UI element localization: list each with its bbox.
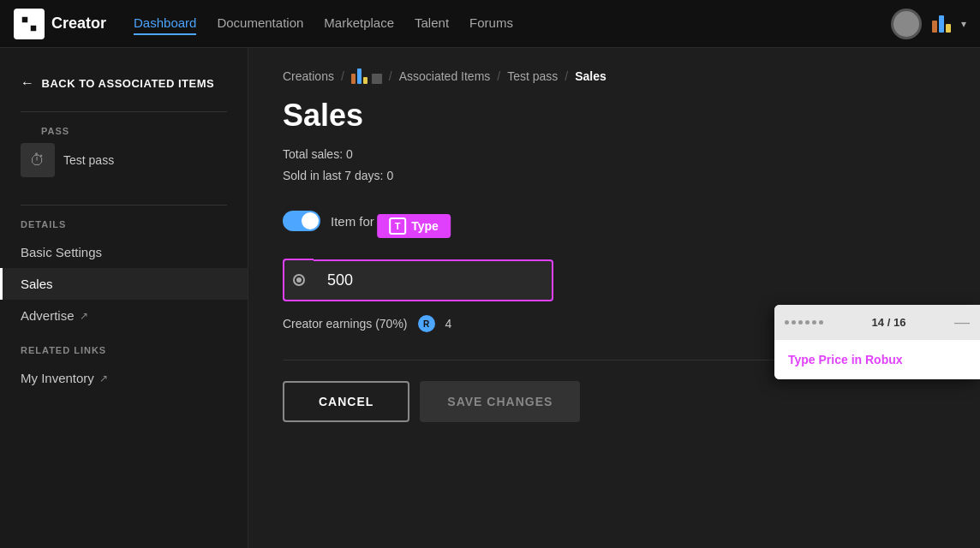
sidebar-item-my-inventory[interactable]: My Inventory ↗ — [0, 362, 248, 394]
price-radio[interactable] — [283, 259, 314, 301]
avatar-image — [893, 11, 919, 37]
robux-icon: R — [418, 315, 435, 332]
nav-marketplace[interactable]: Marketplace — [324, 12, 394, 35]
pass-label: PASS — [21, 126, 227, 143]
buttons-row: CANCEL SAVE CHANGES — [283, 381, 946, 422]
sidebar-item-basic-settings[interactable]: Basic Settings — [0, 236, 248, 268]
bar2 — [939, 15, 944, 33]
price-row — [283, 259, 946, 301]
sidebar-item-advertise[interactable]: Advertise ↗ — [0, 300, 248, 331]
bar3 — [946, 24, 951, 33]
nav-talent[interactable]: Talent — [415, 12, 449, 35]
dot-3 — [798, 320, 803, 325]
nav-documentation[interactable]: Documentation — [217, 12, 303, 35]
breadcrumb-test-pass[interactable]: Test pass — [507, 69, 558, 83]
nav-dashboard[interactable]: Dashboard — [134, 12, 196, 35]
dot-2 — [792, 320, 796, 325]
bar1 — [932, 21, 937, 33]
sidebar-divider-1 — [21, 111, 227, 112]
pass-name: Test pass — [63, 153, 114, 167]
item-for-sale-toggle[interactable] — [283, 211, 320, 231]
breadcrumb-sep-1: / — [341, 69, 344, 83]
breadcrumb-sep-3: / — [497, 69, 500, 83]
toggle-knob — [302, 212, 319, 229]
panel-dots — [785, 320, 823, 325]
panel-type-highlight: Price in Robux — [819, 353, 903, 366]
stats-icon — [932, 15, 951, 33]
topnav: Creator Dashboard Documentation Marketpl… — [0, 0, 980, 48]
breadcrumb-creations[interactable]: Creations — [283, 69, 334, 83]
back-arrow-icon: ← — [21, 75, 35, 91]
topnav-right: ▾ — [891, 9, 966, 39]
breadcrumb-sep-4: / — [565, 69, 568, 83]
cancel-button[interactable]: CANCEL — [283, 381, 409, 422]
svg-rect-3 — [30, 25, 37, 32]
dot-4 — [805, 320, 810, 325]
chevron-down-icon[interactable]: ▾ — [961, 18, 966, 30]
dot-5 — [812, 320, 816, 325]
avatar[interactable] — [891, 9, 922, 39]
logo[interactable]: Creator — [14, 9, 106, 39]
logo-text: Creator — [51, 15, 106, 33]
float-panel: 14 / 16 — Type Price in Robux — [774, 305, 980, 379]
stats-section: Total sales: 0 Sold in last 7 days: 0 — [283, 144, 946, 187]
external-link-icon: ↗ — [80, 310, 88, 322]
pass-section: PASS ⏱ Test pass — [0, 126, 248, 198]
sidebar-item-sales[interactable]: Sales — [0, 268, 248, 300]
back-to-associated-items[interactable]: ← BACK TO ASSOCIATED ITEMS — [0, 68, 248, 111]
price-input[interactable] — [314, 259, 553, 301]
dot-1 — [785, 320, 789, 325]
svg-rect-2 — [21, 25, 28, 32]
total-sales: Total sales: 0 — [283, 144, 946, 165]
svg-rect-0 — [21, 16, 28, 23]
float-panel-header: 14 / 16 — — [774, 305, 980, 340]
page-title: Sales — [283, 98, 946, 134]
inventory-external-icon: ↗ — [99, 372, 108, 384]
float-panel-body: Type Price in Robux — [774, 340, 980, 379]
pass-thumbnail: ⏱ — [21, 143, 55, 177]
related-links-label: RELATED LINKS — [0, 331, 248, 362]
breadcrumb-associated-items[interactable]: Associated Items — [399, 69, 491, 83]
pass-icon: ⏱ — [30, 152, 45, 170]
nav-forums[interactable]: Forums — [469, 12, 513, 35]
sidebar: ← BACK TO ASSOCIATED ITEMS PASS ⏱ Test p… — [0, 48, 248, 548]
breadcrumb-sep-2: / — [389, 69, 392, 83]
nav-links: Dashboard Documentation Marketplace Tale… — [134, 12, 891, 35]
earnings-label: Creator earnings (70%) — [283, 317, 408, 331]
type-tooltip-text: Type — [411, 219, 439, 233]
radio-dot-inner — [296, 277, 302, 283]
earnings-value: 4 — [445, 317, 452, 331]
save-changes-button[interactable]: SAVE CHANGES — [420, 381, 580, 422]
breadcrumb-sales: Sales — [575, 69, 607, 83]
layout: ← BACK TO ASSOCIATED ITEMS PASS ⏱ Test p… — [0, 48, 980, 548]
pass-item: ⏱ Test pass — [21, 143, 227, 177]
radio-dot — [293, 274, 305, 286]
panel-counter: 14 / 16 — [872, 316, 906, 329]
type-tooltip-icon: T — [389, 217, 406, 235]
main-content: Creations / / Associated Items / Test pa… — [248, 48, 980, 548]
sold-last-7: Sold in last 7 days: 0 — [283, 165, 946, 187]
type-tooltip: T Type — [377, 214, 451, 238]
sidebar-divider-2 — [21, 205, 227, 206]
breadcrumb-icon — [351, 68, 382, 84]
dot-6 — [819, 320, 823, 325]
details-label: DETAILS — [0, 219, 248, 236]
panel-type-label: Type — [788, 353, 819, 366]
panel-minimize-icon[interactable]: — — [954, 313, 970, 331]
toggle-row: Item for Sale T Type — [283, 211, 946, 231]
svg-rect-1 — [30, 16, 37, 23]
panel-type-text: Type Price in Robux — [788, 353, 903, 366]
logo-icon — [14, 9, 45, 39]
breadcrumb: Creations / / Associated Items / Test pa… — [283, 48, 946, 98]
